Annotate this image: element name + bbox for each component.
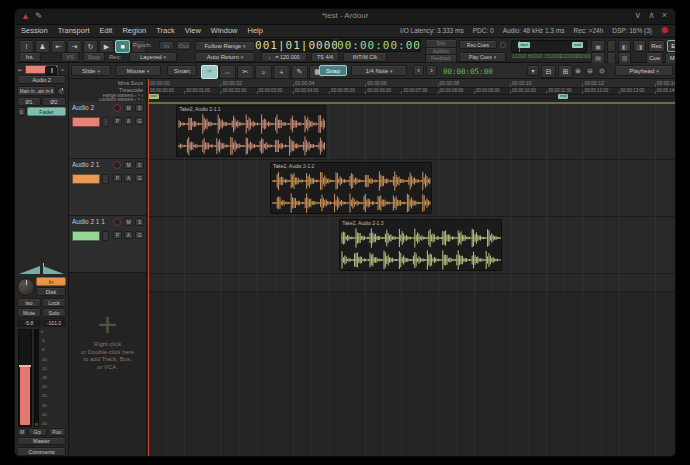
follow-range-dropdown[interactable]: Follow Range (195, 41, 255, 51)
menu-region[interactable]: Region (122, 26, 146, 35)
clock-mode-button[interactable]: INT/M Clk (343, 52, 387, 62)
rec-cues-toggle[interactable] (500, 42, 506, 48)
nudge-forward-button[interactable]: › (426, 65, 437, 76)
smart-mode-button[interactable]: Smart (167, 65, 197, 76)
trim-knob[interactable] (57, 87, 66, 96)
menu-transport[interactable]: Transport (58, 26, 90, 35)
track-group-button[interactable]: G (135, 174, 144, 182)
sync-source-button[interactable]: Int. (19, 52, 41, 62)
cut-tool-icon[interactable]: ✂ (237, 65, 254, 79)
edit-mode-dropdown[interactable]: Slide (71, 65, 111, 76)
error-log-indicator[interactable] (661, 26, 669, 34)
monitoring-icon[interactable]: ≈ (59, 67, 66, 73)
zoom-focus-dropdown[interactable]: Playhead (615, 65, 673, 76)
editor-canvas[interactable]: Take2, Audio 2-1.1Take2, Audio 2-1.2Take… (147, 102, 675, 457)
menu-session[interactable]: Session (21, 26, 48, 35)
stretch-tool-icon[interactable]: ≈ (255, 65, 272, 79)
rec-cues-button[interactable]: Rec Cues (459, 40, 497, 49)
add-track-dropzone[interactable]: +Right clickor Double-click hereto add T… (69, 291, 146, 457)
blank-button[interactable] (607, 52, 616, 64)
titlebar[interactable]: ▲✎ *test - Ardour ∨∧× (15, 9, 675, 25)
track-name[interactable]: Audio 2 (72, 104, 94, 111)
right-pane-icon[interactable]: ◨ (633, 40, 646, 52)
page-button-cue[interactable]: Cue (646, 52, 663, 64)
range-tool-icon[interactable]: ⇔ (219, 65, 236, 79)
page-button-edit[interactable]: Edit (667, 40, 676, 52)
track-color-swatch[interactable] (72, 231, 100, 241)
varispeed-button[interactable]: VS (61, 52, 79, 62)
punch-out-button[interactable]: Out (176, 41, 191, 50)
auto-return-dropdown[interactable]: Auto Return (195, 52, 255, 62)
track-height-button[interactable] (102, 117, 109, 127)
menu-window[interactable]: Window (211, 26, 238, 35)
nudge-clock[interactable]: 00:00:05:00 (443, 67, 493, 76)
audio-region-3[interactable]: Take2, Audio 2-1.3 (339, 219, 502, 271)
phase-1-button[interactable]: Ø1 (17, 97, 41, 106)
ruler-lane[interactable]: 00:00:0000:00:0200:00:0400:00:0600:00:08… (147, 79, 675, 102)
gain-display[interactable]: -5.8 (17, 318, 41, 327)
zoom-out-icon[interactable]: ⊖ (585, 66, 595, 76)
draw-tool-icon[interactable]: ✎ (291, 65, 308, 79)
maximize-button[interactable]: ∧ (648, 10, 655, 20)
grab-tool-icon[interactable]: ☞ (201, 65, 218, 79)
record-enable-button[interactable] (113, 161, 121, 169)
shrink-strip-icon[interactable]: ⇤ (17, 66, 24, 73)
session-start-marker[interactable]: start (518, 42, 530, 48)
mini-timeline[interactable]: start end (511, 40, 587, 53)
range-marker-start[interactable]: start (148, 94, 159, 99)
monitor-section-icon[interactable]: ▣ (591, 40, 605, 52)
track-solo-button[interactable]: S (135, 104, 144, 112)
track-automation-button[interactable]: A (124, 174, 133, 182)
timecode-clock[interactable]: 00:00:00:00 (337, 39, 421, 52)
track-color-swatch[interactable] (72, 174, 100, 184)
punch-in-button[interactable]: In (159, 41, 174, 50)
grid-tool-icon[interactable]: + (273, 65, 290, 79)
meter-point-button[interactable]: Post (48, 428, 67, 436)
grid-unit-dropdown[interactable]: 1/4 Note (351, 65, 407, 76)
audio-region-1[interactable]: Take2, Audio 2-1.1 (176, 105, 326, 157)
record-enable-button[interactable] (113, 104, 121, 112)
mute-button[interactable]: Mute (17, 308, 41, 317)
minimize-button[interactable]: ∨ (635, 10, 642, 20)
menu-track[interactable]: Track (156, 26, 174, 35)
bbt-clock[interactable]: 001|01|0000 (261, 39, 333, 52)
solo-iso-button[interactable]: Iso (17, 298, 41, 307)
blank-button[interactable] (607, 40, 616, 52)
track-name[interactable]: Audio 2 1 (72, 161, 99, 168)
zoom-out-full-icon[interactable]: ⊟ (541, 65, 556, 78)
output-button[interactable]: Master (17, 437, 66, 445)
track-height-button[interactable] (102, 231, 109, 241)
zoom-preset-dropdown[interactable]: ▾ (527, 65, 539, 76)
shuttle-stop-button[interactable]: Stop (83, 52, 105, 62)
track-header-2[interactable]: Audio 2 1MSPAG (69, 159, 146, 216)
track-header-3[interactable]: Audio 2 1 1MSPAG (69, 216, 146, 273)
zoom-to-session-icon[interactable]: ⊞ (558, 65, 573, 78)
track-mute-button[interactable]: M (124, 218, 133, 226)
session-end-marker[interactable]: end (572, 42, 583, 48)
pan-knob[interactable] (17, 278, 35, 296)
record-enable-button[interactable] (113, 218, 121, 226)
playhead[interactable] (148, 79, 149, 457)
gain-automation-mode-button[interactable]: M (17, 428, 27, 436)
track-name[interactable]: Audio 2 1 1 (72, 218, 105, 225)
fader-auto-value[interactable]: 0 (17, 107, 26, 116)
tempo-button[interactable]: ♩ = 120.000 (261, 52, 307, 62)
track-automation-button[interactable]: A (124, 231, 133, 239)
menu-view[interactable]: View (185, 26, 201, 35)
zoom-in-icon[interactable]: ⊕ (573, 66, 583, 76)
track-playlist-button[interactable]: P (113, 117, 122, 125)
close-button[interactable]: × (662, 10, 667, 20)
comments-button[interactable]: Comments (17, 447, 66, 456)
page-button-mix[interactable]: Mix (665, 52, 676, 64)
track-group-button[interactable]: G (135, 231, 144, 239)
zoom-fit-icon[interactable]: ⊙ (597, 66, 607, 76)
gain-fader[interactable] (18, 329, 32, 427)
range-marker-end[interactable]: end (558, 94, 568, 99)
disk-monitor-button[interactable]: Disk (36, 287, 66, 296)
track-color-swatch[interactable] (72, 117, 100, 127)
page-button-rec[interactable]: Rec (648, 40, 665, 52)
peak-display[interactable]: -101.0 (42, 318, 66, 327)
menu-help[interactable]: Help (248, 26, 263, 35)
pan-control[interactable] (19, 265, 64, 275)
fader-knob[interactable] (19, 365, 31, 367)
